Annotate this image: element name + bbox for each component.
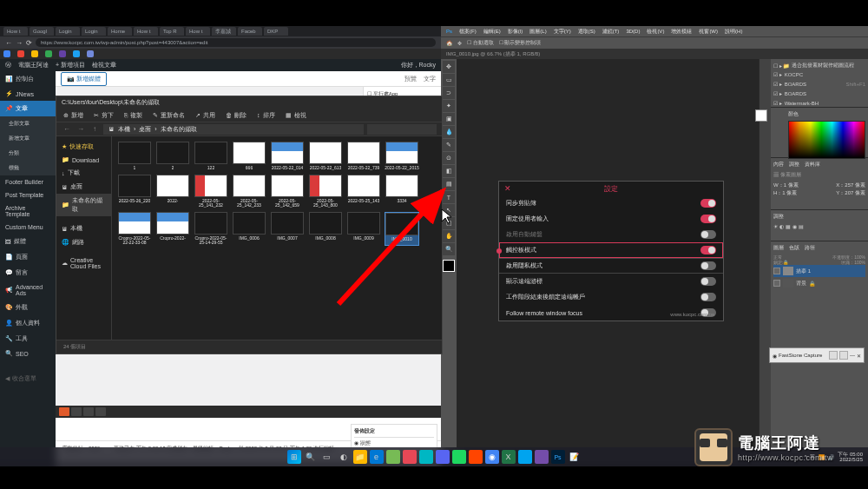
app-icon[interactable] [518,450,532,464]
stamp-tool-icon[interactable]: ⊙ [443,152,455,164]
adj-icon[interactable]: ☀ [773,223,778,229]
side-desktop[interactable]: 🖥 桌面 [56,180,111,194]
app-icon[interactable]: 📝 [568,450,582,464]
bookmark-icon[interactable] [73,50,80,57]
explorer-icon[interactable]: 📁 [353,450,367,464]
toggle-switch[interactable] [700,277,716,286]
file-thumbnail[interactable]: IMG_0006 [232,212,266,246]
browser-tab[interactable]: Login [56,27,80,36]
wp-collapse-menu[interactable]: ◀ 收合選單 [0,371,56,387]
tab-adjust2[interactable]: 調整 [773,213,784,221]
action-item[interactable]: ☑ ▸ KOCPC [773,69,865,79]
settings-row[interactable]: 啟用自動鍵盤 [499,227,723,242]
wp-menu-jnews[interactable]: ⚡ JNews [0,87,56,101]
excel-icon[interactable]: X [502,450,516,464]
bookmark-icon[interactable] [87,50,94,57]
fs-minimize-icon[interactable]: — [850,353,855,358]
wp-menu-comments[interactable]: 💬 留言 [0,265,56,281]
eraser-tool-icon[interactable]: ◧ [443,165,455,177]
file-thumbnail[interactable]: Cropro-2022-05-22-22-33-08 [117,212,152,246]
file-thumbnail[interactable]: 2022-05-25_143_800 [308,175,343,208]
wp-menu-media[interactable]: 🖼 媒體 [0,234,56,249]
chrome-icon[interactable]: ◉ [485,450,499,464]
add-media-button[interactable]: 📷 新增媒體 [61,72,107,86]
browser-tab[interactable]: Googl [30,27,54,36]
task-view-icon[interactable]: ▭ [320,450,334,464]
side-creative-cloud[interactable]: ☁ Creative Cloud Files [56,254,111,272]
gradient-tool-icon[interactable]: ▤ [443,178,455,190]
action-item[interactable]: ☑ ▸ BOARDS Shift+F1 [773,79,865,89]
ps-document-tab[interactable]: IMG_0010.jpg @ 66.7% (描摹 1, RGB/8) [441,49,868,59]
settings-row[interactable]: 顯示遠端游標 [499,274,723,289]
wp-menu-archive-template[interactable]: Archive Template [0,202,56,221]
tab-paths[interactable]: 路徑 [805,244,815,252]
foreground-color[interactable] [443,260,455,272]
nav-up-icon[interactable]: ↑ [89,124,100,135]
toolbar-cut[interactable]: ✂ 剪下 [94,111,114,120]
file-thumbnail[interactable]: 2022-05-25_141_232 [194,175,228,208]
toggle-switch[interactable] [700,293,716,301]
file-thumbnail[interactable]: 1 [117,142,152,171]
nav-forward-icon[interactable]: → [76,124,86,135]
visibility-icon[interactable] [773,280,780,287]
file-thumbnail[interactable]: 122 [194,142,228,171]
wp-menu-custom-menu[interactable]: Custom Menu [0,221,56,234]
toggle-switch[interactable] [700,215,716,223]
wp-submenu-categories[interactable]: 分類 [0,146,56,161]
visibility-icon[interactable] [773,268,780,274]
layer-fill[interactable]: 填滿：100% [841,260,865,265]
bookmark-icon[interactable] [59,50,66,57]
bookmark-icon[interactable] [17,50,24,57]
adj-icon[interactable]: ◐ [779,223,784,229]
browser-tab[interactable]: How t [186,27,210,36]
editor-btn[interactable] [71,407,82,416]
side-network[interactable]: 🌐 網路 [56,235,111,249]
file-thumbnail[interactable]: 2022-05-25_143 [346,175,381,208]
lang-indicator[interactable] [59,407,69,416]
tab-visual[interactable]: 預覽 [404,75,417,83]
option-auto-select[interactable]: ☐ 自動選取 [467,39,494,47]
file-thumbnail[interactable]: 2022-05-25_142_233 [232,175,266,208]
browser-tab[interactable]: Home [108,27,132,36]
nav-back-icon[interactable]: ← [62,124,72,135]
file-thumbnail[interactable]: 666 [232,142,266,171]
toggle-switch[interactable] [700,261,716,270]
file-thumbnail[interactable]: 2022-05-22_2015 [385,142,419,171]
browser-tab[interactable]: 李嘉誠 [212,27,236,36]
wp-submenu-tags[interactable]: 標籤 [0,161,56,175]
file-thumbnail[interactable]: 2022-05-22_613 [308,142,343,171]
menu-type[interactable]: 文字(Y) [554,28,571,36]
settings-row[interactable]: 觸控板模式 [499,242,723,258]
tab-library[interactable]: 資料庫 [805,161,820,169]
toolbar-sort[interactable]: ↕ 排序 [257,111,275,120]
move-tool-icon[interactable]: ✥ [457,40,462,46]
bookmark-icon[interactable] [45,50,52,57]
explorer-title-bar[interactable]: C:\Users\four\Desktop\未命名的擷取 [56,96,442,109]
wp-new-item[interactable]: + 新增項目 [56,61,85,69]
settings-row[interactable]: 工作階段結束後鎖定遠端帳戶 [499,289,723,305]
tab-channels[interactable]: 色版 [789,244,799,252]
color-picker[interactable] [788,121,865,159]
wp-menu-appearance[interactable]: 🎨 外觀 [0,300,56,315]
browser-tab[interactable]: How t [3,27,28,36]
menu-plugins[interactable]: 增效模組 [671,28,692,36]
tab-color[interactable]: 顏色 [788,110,799,118]
browser-tab[interactable]: Top R [160,27,184,36]
faststone-toolbar[interactable]: ◉ FastStone Capture — ✕ [769,347,865,363]
start-button[interactable]: ⊞ [287,450,301,464]
app-icon[interactable] [469,450,483,464]
side-download[interactable]: 📁 Download [56,154,111,166]
photoshop-icon[interactable]: Ps [551,450,565,464]
text-tool-icon[interactable]: T [443,191,455,203]
fs-settings-icon[interactable] [839,351,848,360]
wp-submenu-new-post[interactable]: 新增文章 [0,131,56,146]
browser-tab[interactable]: Faceb [238,27,262,36]
bookmark-icon[interactable] [31,50,38,57]
file-thumbnail[interactable]: IMG_0008 [308,212,343,246]
lasso-tool-icon[interactable]: ⊃ [443,87,455,99]
widgets-icon[interactable]: ◐ [337,450,351,464]
menu-image[interactable]: 影像(I) [508,28,523,36]
file-thumbnail[interactable]: 2022-05-22_014 [270,142,305,171]
adj-icon[interactable]: ▦ [786,223,791,229]
editor-btn[interactable] [95,407,106,416]
